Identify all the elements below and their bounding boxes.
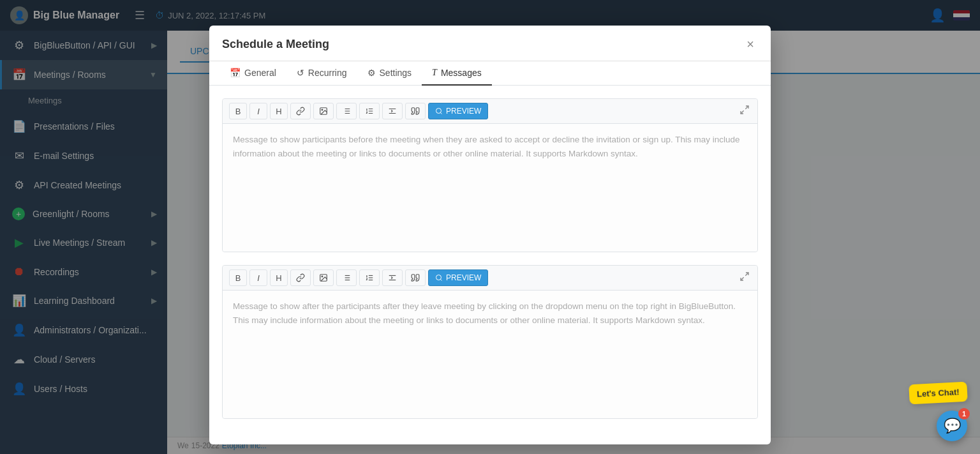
editor2-section: B I H [222,265,758,419]
image-button-2[interactable] [313,269,334,286]
quote-button-2[interactable] [405,269,426,286]
tab-recurring[interactable]: ↺ Recurring [286,61,357,86]
svg-line-32 [745,273,748,276]
tab-label: Settings [380,68,412,78]
svg-point-18 [322,276,323,277]
tab-general[interactable]: 📅 General [219,61,286,86]
bold-button-2[interactable]: B [229,269,247,286]
svg-point-13 [436,109,442,114]
svg-point-30 [436,275,442,280]
editor1-toolbar: B I H [223,99,757,124]
bold-button[interactable]: B [229,103,247,119]
chat-bubble-icon: 💬 [944,418,961,434]
italic-button-2[interactable]: I [249,269,267,286]
recurring-tab-icon: ↺ [297,68,304,78]
modal-tabs: 📅 General ↺ Recurring ⚙ Settings T Messa… [209,61,771,86]
heading-button-2[interactable]: H [270,269,288,286]
list-ul-button[interactable] [336,103,357,119]
tab-label: Recurring [308,68,347,78]
italic-button[interactable]: I [249,103,267,119]
lets-chat-widget[interactable]: Let's Chat! [909,382,968,405]
editor2-toolbar: B I H [223,266,757,291]
link-button[interactable] [290,103,311,119]
preview-button-2[interactable]: PREVIEW [428,269,488,286]
editor1-section: B I H [222,98,758,252]
indent-button-2[interactable] [382,269,403,286]
calendar-tab-icon: 📅 [230,68,241,78]
editor2-placeholder: Message to show after the participants a… [233,301,736,325]
svg-line-31 [440,279,442,280]
modal-close-button[interactable]: × [743,36,758,53]
editor1-content[interactable]: Message to show participants before the … [223,124,757,252]
modal-title: Schedule a Meeting [222,38,329,51]
lets-chat-label: Let's Chat! [917,387,960,398]
tab-label: General [244,68,276,78]
svg-point-1 [322,109,323,110]
svg-line-33 [741,277,744,280]
editor1-placeholder: Message to show participants before the … [233,135,739,158]
quote-button[interactable] [405,103,426,119]
image-button[interactable] [313,103,334,119]
svg-line-15 [745,106,748,109]
list-ol-button[interactable] [359,103,380,119]
heading-button[interactable]: H [270,103,288,119]
svg-line-16 [741,110,744,114]
list-ol-button-2[interactable] [359,269,380,286]
expand-button-2[interactable] [738,270,751,285]
indent-button[interactable] [382,103,403,119]
list-ul-button-2[interactable] [336,269,357,286]
svg-line-14 [440,112,442,114]
modal-body: B I H [209,86,771,444]
tab-settings[interactable]: ⚙ Settings [357,61,422,86]
settings-tab-icon: ⚙ [368,68,376,78]
schedule-meeting-modal: Schedule a Meeting × 📅 General ↺ Recurri… [209,26,771,444]
editor2-content[interactable]: Message to show after the participants a… [223,291,757,418]
modal-overlay: Schedule a Meeting × 📅 General ↺ Recurri… [0,0,980,454]
link-button-2[interactable] [290,269,311,286]
chat-bubble-button[interactable]: 💬 1 [937,411,967,441]
tab-messages[interactable]: T Messages [422,61,492,86]
messages-tab-icon: T [432,68,437,78]
chat-badge: 1 [958,408,970,420]
modal-header: Schedule a Meeting × [209,26,771,61]
preview-button-1[interactable]: PREVIEW [428,103,488,119]
expand-button-1[interactable] [738,103,751,119]
tab-label: Messages [441,68,482,78]
